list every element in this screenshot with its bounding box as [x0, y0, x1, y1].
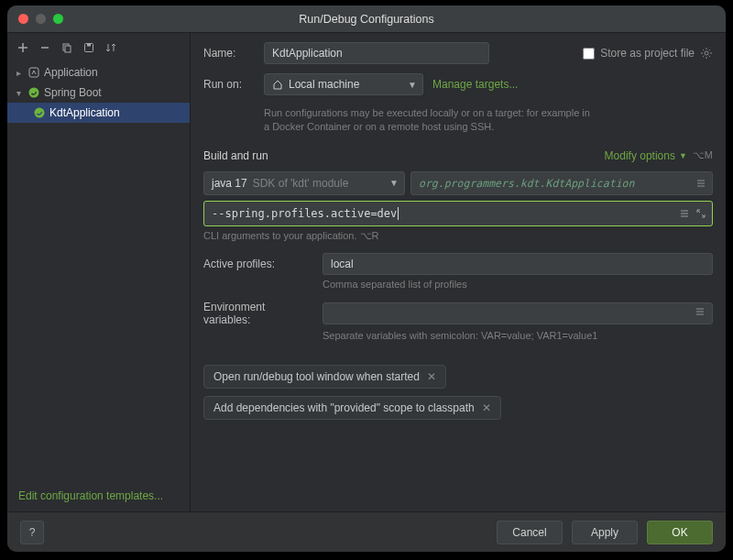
program-arguments-input[interactable]: --spring.profiles.active=dev: [203, 201, 713, 226]
help-button[interactable]: ?: [20, 521, 44, 544]
close-icon[interactable]: ✕: [427, 370, 436, 383]
chip-provided-scope[interactable]: Add dependencies with "provided" scope t…: [203, 396, 501, 420]
option-chips: Open run/debug tool window when started …: [203, 365, 713, 420]
svg-point-6: [35, 108, 45, 118]
close-icon[interactable]: ✕: [482, 401, 491, 414]
application-icon: [27, 66, 40, 79]
name-row: Name: Store as project file: [203, 42, 713, 64]
svg-rect-4: [29, 68, 38, 77]
main-class-value: org.programmers.kdt.KdtApplication: [419, 177, 634, 190]
remove-config-button[interactable]: [35, 38, 55, 57]
text-cursor: [398, 207, 399, 220]
modify-options-link[interactable]: Modify options ▼: [605, 149, 687, 162]
svg-rect-1: [65, 46, 71, 52]
chevron-down-icon: ▼: [389, 178, 399, 188]
list-icon[interactable]: [695, 178, 706, 189]
copy-config-button[interactable]: [57, 38, 77, 57]
runon-row: Run on: Local machine ▼ Manage targets..…: [203, 73, 713, 95]
apply-button[interactable]: Apply: [572, 521, 638, 544]
active-profiles-row: Active profiles:: [203, 253, 713, 275]
chevron-down-icon: ▼: [408, 80, 417, 90]
manage-targets-link[interactable]: Manage targets...: [432, 78, 518, 91]
spring-icon: [33, 106, 46, 119]
list-icon[interactable]: [695, 306, 706, 317]
active-profiles-label: Active profiles:: [203, 258, 313, 270]
spring-icon: [27, 86, 40, 99]
dialog-window: Run/Debug Configurations ▸ Application ▾: [7, 5, 726, 552]
modify-options-label: Modify options: [605, 149, 675, 162]
add-config-button[interactable]: [13, 38, 33, 57]
active-profiles-hint: Comma separated list of profiles: [323, 279, 713, 290]
store-as-project-file[interactable]: Store as project file: [583, 47, 713, 60]
home-icon: [272, 79, 283, 90]
dialog-title: Run/Debug Configurations: [7, 13, 726, 26]
svg-point-5: [29, 88, 39, 98]
config-form: Name: Store as project file Run on: Loca: [191, 33, 726, 511]
dialog-footer: ? Cancel Apply OK: [7, 511, 726, 552]
main-class-field[interactable]: org.programmers.kdt.KdtApplication: [410, 171, 713, 195]
build-run-header: Build and run Modify options ▼ ⌥M: [203, 149, 713, 162]
ok-button[interactable]: OK: [647, 521, 713, 544]
edit-templates-link[interactable]: Edit configuration templates...: [7, 480, 190, 511]
envvar-label: Environment variables:: [203, 301, 313, 326]
tree-label: KdtApplication: [49, 106, 120, 119]
zoom-window-icon[interactable]: [53, 14, 63, 24]
tree-label: Spring Boot: [44, 86, 102, 99]
config-toolbar: [7, 33, 190, 60]
sort-config-button[interactable]: [101, 38, 121, 57]
ok-label: OK: [672, 526, 687, 539]
jdk-select[interactable]: java 17 SDK of 'kdt' module ▼: [203, 171, 405, 195]
titlebar: Run/Debug Configurations: [7, 5, 726, 33]
minimize-window-icon[interactable]: [36, 14, 46, 24]
gear-icon[interactable]: [700, 47, 713, 60]
chip-label: Open run/debug tool window when started: [213, 370, 420, 383]
runon-label: Run on:: [203, 78, 255, 91]
config-tree: ▸ Application ▾ Spring Boot KdtApplicati…: [7, 60, 190, 480]
chevron-right-icon: ▸: [13, 68, 24, 78]
cli-hint: CLI arguments to your application. ⌥R: [203, 230, 713, 242]
cancel-button[interactable]: Cancel: [497, 521, 563, 544]
chevron-down-icon: ▼: [679, 151, 687, 160]
left-panel: ▸ Application ▾ Spring Boot KdtApplicati…: [7, 33, 191, 511]
tree-item-application[interactable]: ▸ Application: [7, 62, 190, 82]
name-label: Name:: [203, 47, 255, 60]
help-label: ?: [29, 526, 36, 539]
envvar-hint: Separate variables with semicolon: VAR=v…: [323, 330, 713, 341]
list-icon[interactable]: [679, 208, 690, 219]
tree-item-kdtapplication[interactable]: KdtApplication: [7, 103, 190, 123]
expand-icon[interactable]: [695, 208, 706, 219]
tree-item-spring-boot[interactable]: ▾ Spring Boot: [7, 82, 190, 103]
store-checkbox[interactable]: [583, 48, 595, 60]
jdk-module: SDK of 'kdt' module: [253, 177, 349, 190]
svg-rect-3: [87, 44, 91, 47]
envvar-row: Environment variables:: [203, 301, 713, 326]
apply-label: Apply: [591, 526, 618, 539]
window-controls: [7, 14, 63, 24]
runon-hint: Run configurations may be executed local…: [264, 106, 594, 135]
build-run-title: Build and run: [203, 149, 268, 162]
cancel-label: Cancel: [512, 526, 546, 539]
envvar-input[interactable]: [323, 302, 713, 324]
close-window-icon[interactable]: [18, 14, 28, 24]
modify-shortcut: ⌥M: [693, 149, 713, 161]
store-label: Store as project file: [600, 47, 695, 60]
chip-label: Add dependencies with "provided" scope t…: [213, 401, 475, 414]
chip-open-tool-window[interactable]: Open run/debug tool window when started …: [203, 365, 446, 389]
save-config-button[interactable]: [79, 38, 99, 57]
runon-value: Local machine: [289, 78, 359, 91]
jdk-mainclass-row: java 17 SDK of 'kdt' module ▼ org.progra…: [203, 171, 713, 195]
active-profiles-input[interactable]: [323, 253, 713, 275]
runon-select[interactable]: Local machine ▼: [264, 73, 423, 95]
chevron-down-icon: ▾: [13, 88, 24, 98]
jdk-java: java 17: [212, 177, 247, 190]
tree-label: Application: [44, 66, 98, 79]
name-input[interactable]: [264, 42, 489, 64]
cli-value: --spring.profiles.active=dev: [212, 207, 397, 220]
svg-point-7: [705, 51, 708, 55]
